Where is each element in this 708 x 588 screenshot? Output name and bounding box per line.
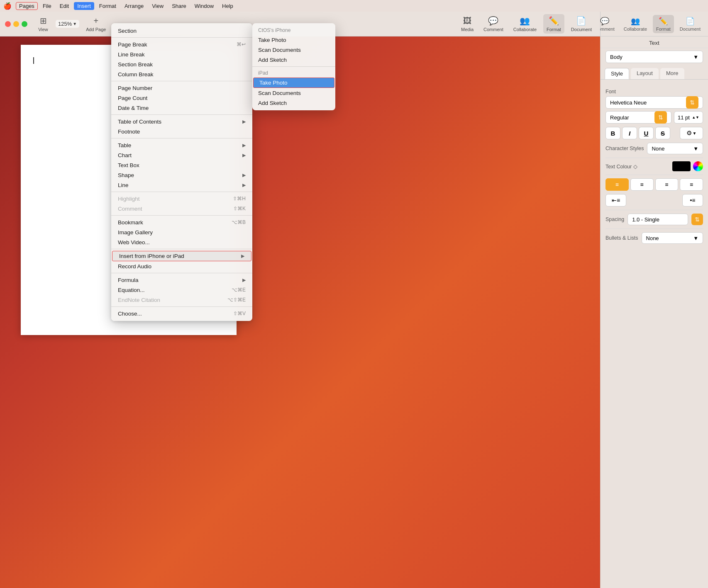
panel-header-title: Text: [601, 36, 708, 48]
menu-item-record-audio[interactable]: Record Audio: [111, 261, 252, 271]
bullets-dropdown[interactable]: None ▼: [642, 232, 703, 244]
color-wheel-button[interactable]: [693, 161, 703, 171]
comment-button[interactable]: 💬 Comment: [480, 14, 507, 34]
text-gear-button[interactable]: ⚙ ▼: [680, 127, 703, 139]
menu-item-choose[interactable]: Choose... ⇧⌘V: [111, 309, 252, 318]
font-section-label: Font: [605, 89, 703, 95]
apple-menu-icon[interactable]: 🍎: [3, 2, 12, 10]
menu-item-table[interactable]: Table ▶: [111, 140, 252, 150]
menu-item-footnote[interactable]: Footnote: [111, 126, 252, 136]
menu-item-page-break[interactable]: Page Break ⌘↩: [111, 39, 252, 49]
indent-decrease-button[interactable]: ⇤≡: [605, 194, 626, 207]
menu-item-date-time[interactable]: Date & Time: [111, 103, 252, 113]
menu-item-table-of-contents[interactable]: Table of Contents ▶: [111, 117, 252, 126]
panel-collaborate-button[interactable]: 👥 Collaborate: [620, 15, 650, 33]
table-of-contents-label: Table of Contents: [118, 119, 242, 125]
align-justify-button[interactable]: ≡: [680, 178, 703, 191]
menu-item-page-number[interactable]: Page Number: [111, 83, 252, 93]
take-photo-ipad-item[interactable]: Take Photo: [253, 78, 334, 88]
view-icon: ⊞: [40, 16, 47, 26]
menu-item-text-box[interactable]: Text Box: [111, 160, 252, 170]
menu-item-web-video[interactable]: Web Video...: [111, 237, 252, 247]
menu-item-highlight[interactable]: Highlight ⇧⌘H: [111, 194, 252, 204]
text-box-label: Text Box: [118, 162, 246, 168]
menu-item-line[interactable]: Line ▶: [111, 180, 252, 190]
menu-item-section-break[interactable]: Section Break: [111, 59, 252, 69]
tab-layout[interactable]: Layout: [631, 68, 659, 79]
separator-1: [111, 37, 252, 38]
menu-item-column-break[interactable]: Column Break: [111, 69, 252, 79]
menu-item-endnote[interactable]: EndNote Citation ⌥⇧⌘E: [111, 295, 252, 305]
menubar-item-format[interactable]: Format: [96, 2, 120, 10]
menu-item-comment[interactable]: Comment ⇧⌘K: [111, 204, 252, 214]
canvas-area: [0, 36, 600, 588]
menu-item-image-gallery[interactable]: Image Gallery: [111, 227, 252, 237]
underline-button[interactable]: U: [639, 127, 654, 139]
menu-item-formula[interactable]: Formula ▶: [111, 275, 252, 285]
panel-document-button[interactable]: 📄 Document: [676, 15, 704, 33]
add-page-button[interactable]: + Add Page: [83, 15, 109, 34]
menu-item-equation[interactable]: Equation... ⌥⌘E: [111, 285, 252, 295]
close-button[interactable]: [5, 21, 11, 27]
menu-item-section[interactable]: Section: [111, 26, 252, 36]
highlight-shortcut: ⇧⌘H: [233, 196, 246, 202]
align-left-button[interactable]: ≡: [605, 178, 629, 191]
indent-increase-button[interactable]: •≡: [682, 194, 703, 207]
font-size-stepper-icon[interactable]: ▲▼: [692, 116, 699, 119]
separator-5: [111, 192, 252, 192]
menu-item-chart[interactable]: Chart ▶: [111, 150, 252, 160]
minimize-button[interactable]: [13, 21, 19, 27]
text-cursor: [33, 57, 34, 64]
menu-item-page-count[interactable]: Page Count: [111, 93, 252, 103]
menubar-item-file[interactable]: File: [39, 2, 55, 10]
strikethrough-button[interactable]: S: [655, 127, 670, 139]
endnote-shortcut: ⌥⇧⌘E: [227, 297, 246, 303]
tab-style[interactable]: Style: [605, 68, 629, 79]
format-button[interactable]: ✏️ Format: [543, 14, 564, 34]
add-sketch-iphone-item[interactable]: Add Sketch: [252, 55, 335, 65]
menubar-item-pages[interactable]: Pages: [16, 2, 38, 10]
endnote-label: EndNote Citation: [118, 297, 219, 303]
scan-docs-ipad-item[interactable]: Scan Documents: [252, 88, 335, 98]
media-button[interactable]: 🖼 Media: [458, 15, 477, 34]
menubar-item-view[interactable]: View: [149, 2, 167, 10]
maximize-button[interactable]: [22, 21, 27, 27]
paragraph-style-dropdown[interactable]: Body ▼: [605, 51, 703, 63]
view-button[interactable]: ⊞ View: [34, 14, 52, 34]
align-right-button[interactable]: ≡: [655, 178, 679, 191]
menu-item-bookmark[interactable]: Bookmark ⌥⌘B: [111, 217, 252, 227]
equation-label: Equation...: [118, 287, 223, 293]
zoom-control[interactable]: 125% ▼: [56, 20, 79, 28]
menubar-item-share[interactable]: Share: [168, 2, 190, 10]
panel-document-label: Document: [680, 27, 701, 32]
menu-item-shape[interactable]: Shape ▶: [111, 170, 252, 180]
spacing-stepper[interactable]: ⇅: [691, 214, 703, 225]
take-photo-iphone-item[interactable]: Take Photo: [252, 35, 335, 45]
bold-button[interactable]: B: [605, 127, 620, 139]
font-name-field[interactable]: Helvetica Neue ⇅: [605, 96, 703, 109]
menu-item-insert-iphone[interactable]: Insert from iPhone or iPad ▶: [112, 251, 251, 261]
scan-docs-iphone-item[interactable]: Scan Documents: [252, 45, 335, 55]
char-styles-label: Character Styles: [605, 146, 644, 151]
text-color-swatch[interactable]: [672, 161, 691, 171]
italic-button[interactable]: I: [622, 127, 637, 139]
font-style-stepper[interactable]: ⇅: [654, 111, 667, 124]
document-button[interactable]: 📄 Document: [568, 14, 595, 34]
menu-item-line-break[interactable]: Line Break: [111, 49, 252, 59]
collaborate-button[interactable]: 👥 Collaborate: [510, 14, 540, 34]
add-sketch-ipad-item[interactable]: Add Sketch: [252, 98, 335, 108]
menubar-item-help[interactable]: Help: [219, 2, 237, 10]
zoom-value: 125%: [58, 21, 72, 27]
menubar-item-edit[interactable]: Edit: [56, 2, 72, 10]
menubar-item-window[interactable]: Window: [191, 2, 217, 10]
panel-format-button[interactable]: ✏️ Format: [653, 15, 674, 33]
font-style-field[interactable]: Regular ⇅: [605, 111, 671, 124]
font-name-stepper[interactable]: ⇅: [686, 96, 698, 109]
menubar-item-arrange[interactable]: Arrange: [121, 2, 147, 10]
tab-more[interactable]: More: [660, 68, 684, 79]
char-styles-dropdown[interactable]: None ▼: [647, 143, 703, 154]
font-size-field[interactable]: 11 pt ▲▼: [674, 111, 703, 124]
align-center-button[interactable]: ≡: [630, 178, 654, 191]
spacing-dropdown[interactable]: 1.0 - Single: [627, 214, 688, 225]
menubar-item-insert[interactable]: Insert: [74, 2, 94, 10]
